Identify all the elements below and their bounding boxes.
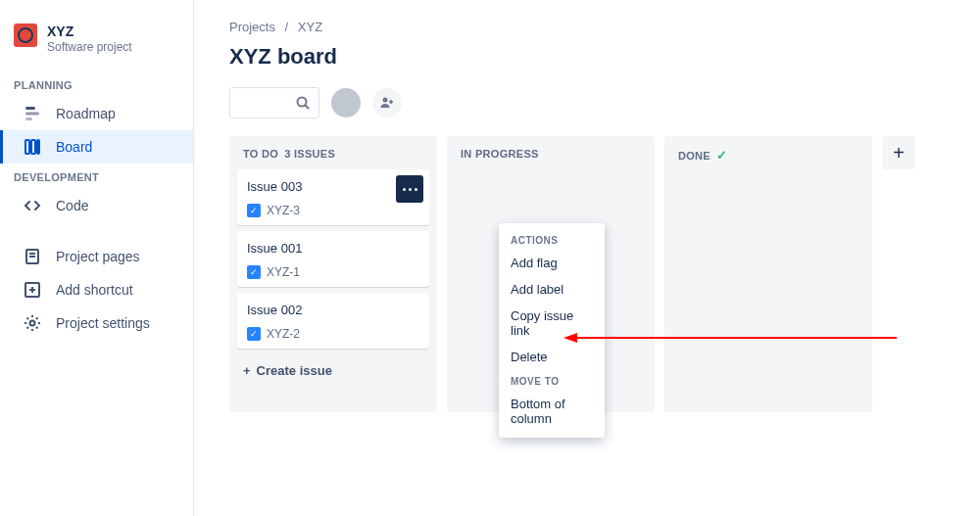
sidebar: XYZ Software project PLANNING Roadmap Bo… xyxy=(0,0,194,516)
roadmap-icon xyxy=(23,104,42,123)
sidebar-item-label: Roadmap xyxy=(56,106,116,121)
more-icon xyxy=(403,188,406,191)
search-icon xyxy=(295,95,311,111)
svg-rect-4 xyxy=(31,140,35,154)
column-todo: TO DO 3 ISSUES Issue 003 XYZ-3 Issue 001 xyxy=(229,136,437,412)
code-icon xyxy=(23,196,42,215)
sidebar-item-board[interactable]: Board xyxy=(0,130,193,164)
column-label: TO DO xyxy=(243,148,278,160)
sidebar-item-label: Project settings xyxy=(56,315,150,331)
check-icon: ✓ xyxy=(716,148,727,163)
issue-key: XYZ-3 xyxy=(267,204,300,217)
settings-icon xyxy=(23,313,42,333)
menu-item-add-flag[interactable]: Add flag xyxy=(499,250,605,276)
column-header-in-progress[interactable]: IN PROGRESS xyxy=(455,148,647,169)
issue-actions-menu: ACTIONS Add flag Add label Copy issue li… xyxy=(499,223,605,438)
svg-rect-1 xyxy=(25,112,39,115)
avatar[interactable] xyxy=(331,88,361,117)
plus-icon: + xyxy=(243,363,251,378)
add-column-button[interactable]: + xyxy=(882,136,915,169)
issue-type-icon xyxy=(247,204,261,217)
svg-rect-5 xyxy=(37,140,39,154)
sidebar-item-project-pages[interactable]: Project pages xyxy=(0,240,193,273)
sidebar-item-label: Board xyxy=(56,139,92,155)
addshortcut-icon xyxy=(23,280,42,300)
issue-type-icon xyxy=(247,265,261,279)
svg-line-14 xyxy=(306,106,310,110)
section-label-planning: PLANNING xyxy=(0,71,193,97)
create-issue-button[interactable]: + Create issue xyxy=(237,354,429,387)
menu-item-bottom-of-column[interactable]: Bottom of column xyxy=(499,391,605,432)
breadcrumb-root[interactable]: Projects xyxy=(229,20,275,34)
column-header-todo[interactable]: TO DO 3 ISSUES xyxy=(237,148,429,169)
breadcrumb-current[interactable]: XYZ xyxy=(298,20,322,34)
search-input[interactable] xyxy=(229,87,319,118)
sidebar-item-code[interactable]: Code xyxy=(0,189,193,222)
popover-section-actions: ACTIONS xyxy=(499,229,605,250)
issue-title: Issue 002 xyxy=(247,303,419,317)
popover-section-moveto: MOVE TO xyxy=(499,370,605,391)
project-name: XYZ xyxy=(47,23,132,40)
menu-item-add-label[interactable]: Add label xyxy=(499,276,605,303)
issue-key: XYZ-1 xyxy=(267,265,300,279)
breadcrumb-separator: / xyxy=(285,20,289,34)
board-icon xyxy=(23,137,42,157)
section-label-development: DEVELOPMENT xyxy=(0,164,193,189)
breadcrumb: Projects / XYZ xyxy=(229,20,945,34)
column-done: DONE ✓ xyxy=(664,136,872,412)
svg-point-12 xyxy=(30,320,35,325)
issue-key: XYZ-2 xyxy=(267,327,300,341)
issue-title: Issue 001 xyxy=(247,241,419,256)
plus-icon: + xyxy=(893,142,905,164)
svg-point-15 xyxy=(383,98,388,103)
issue-key-row: XYZ-2 xyxy=(247,327,419,341)
page-title: XYZ board xyxy=(229,44,945,70)
menu-item-delete[interactable]: Delete xyxy=(499,344,605,370)
sidebar-item-roadmap[interactable]: Roadmap xyxy=(0,97,193,130)
sidebar-item-add-shortcut[interactable]: Add shortcut xyxy=(0,273,193,306)
column-label: IN PROGRESS xyxy=(461,148,539,160)
main-content: Projects / XYZ XYZ board TO DO 3 ISSUES xyxy=(194,0,980,516)
issue-key-row: XYZ-1 xyxy=(247,265,419,279)
sidebar-item-project-settings[interactable]: Project settings xyxy=(0,306,193,340)
issue-title: Issue 003 xyxy=(247,179,419,194)
project-icon xyxy=(14,23,37,47)
column-label: DONE xyxy=(678,150,710,162)
toolbar xyxy=(229,87,945,118)
svg-point-13 xyxy=(298,98,307,107)
sidebar-item-label: Add shortcut xyxy=(56,282,133,298)
create-issue-label: Create issue xyxy=(257,363,332,378)
issue-key-row: XYZ-3 xyxy=(247,204,419,217)
column-header-done[interactable]: DONE ✓ xyxy=(672,148,864,172)
issue-card[interactable]: Issue 003 XYZ-3 xyxy=(237,169,429,225)
menu-item-copy-link[interactable]: Copy issue link xyxy=(499,303,605,344)
svg-rect-2 xyxy=(25,117,32,120)
column-count: 3 ISSUES xyxy=(284,148,335,160)
sidebar-item-label: Project pages xyxy=(56,249,140,264)
issue-card[interactable]: Issue 001 XYZ-1 xyxy=(237,231,429,287)
issue-more-button[interactable] xyxy=(396,175,423,203)
svg-rect-0 xyxy=(25,107,35,110)
issue-type-icon xyxy=(247,327,261,341)
issue-card[interactable]: Issue 002 XYZ-2 xyxy=(237,293,429,349)
add-user-button[interactable] xyxy=(372,88,402,117)
project-header[interactable]: XYZ Software project xyxy=(0,23,193,71)
svg-rect-3 xyxy=(25,140,29,154)
project-subtitle: Software project xyxy=(47,40,132,54)
sidebar-item-label: Code xyxy=(56,198,88,213)
page-icon xyxy=(23,247,42,266)
